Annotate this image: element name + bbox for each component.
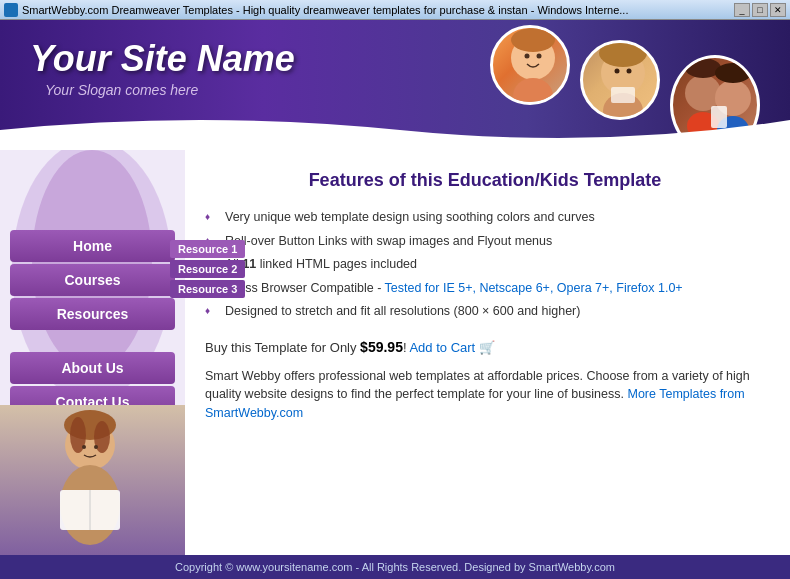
body-section: Home Courses Resources About Us Contact …	[0, 150, 790, 555]
header: Your Site Name Your Slogan comes here	[0, 20, 790, 150]
photo-child1	[490, 25, 570, 105]
sidebar-item-about[interactable]: About Us	[10, 352, 175, 384]
svg-point-30	[94, 445, 98, 449]
sidebar-item-courses[interactable]: Courses	[10, 264, 175, 296]
price-value: $59.95	[360, 339, 403, 355]
child2-illustration	[583, 43, 660, 120]
titlebar-title: SmartWebby.com Dreamweaver Templates - H…	[22, 4, 628, 16]
sidebar-nav: Home Courses Resources About Us Contact …	[0, 230, 185, 418]
price-line: Buy this Template for Only $59.95! Add t…	[205, 339, 765, 355]
footer: Copyright © www.yoursitename.com - All R…	[0, 555, 790, 579]
svg-rect-10	[611, 87, 635, 103]
feature-item-3: All 11 linked HTML pages included	[205, 253, 765, 277]
svg-point-2	[513, 78, 553, 105]
resource-tab-3[interactable]: Resource 3	[170, 280, 245, 298]
feature-item-5: Designed to stretch and fit all resoluti…	[205, 300, 765, 324]
footer-text: Copyright © www.yoursitename.com - All R…	[175, 561, 615, 573]
site-slogan: Your Slogan comes here	[45, 82, 198, 98]
browser-compat-link[interactable]: Tested for IE 5+, Netscape 6+, Opera 7+,…	[385, 281, 683, 295]
main-container: Your Site Name Your Slogan comes here	[0, 20, 790, 579]
titlebar-buttons[interactable]: _ □ ✕	[734, 3, 786, 17]
feature-item-4: Cross Browser Compatible - Tested for IE…	[205, 277, 765, 301]
sidebar-image	[0, 405, 185, 555]
resource-tab-2[interactable]: Resource 2	[170, 260, 245, 278]
child1-illustration	[493, 28, 570, 105]
svg-point-15	[715, 63, 751, 83]
feature-item-2: Roll-over Button Links with swap images …	[205, 230, 765, 254]
sidebar-item-home[interactable]: Home	[10, 230, 175, 262]
svg-point-11	[685, 75, 721, 111]
sidebar: Home Courses Resources About Us Contact …	[0, 150, 185, 555]
photo-child2	[580, 40, 660, 120]
content-area: Features of this Education/Kids Template…	[185, 150, 790, 555]
titlebar: SmartWebby.com Dreamweaver Templates - H…	[0, 0, 790, 20]
maximize-button[interactable]: □	[752, 3, 768, 17]
minimize-button[interactable]: _	[734, 3, 750, 17]
svg-point-9	[627, 69, 632, 74]
resource-tab-1[interactable]: Resource 1	[170, 240, 245, 258]
svg-point-8	[615, 69, 620, 74]
close-button[interactable]: ✕	[770, 3, 786, 17]
resource-tabs: Resource 1 Resource 2 Resource 3	[170, 240, 245, 298]
content-title: Features of this Education/Kids Template	[205, 170, 765, 191]
browser-icon	[4, 3, 18, 17]
promo-text: Smart Webby offers professional web temp…	[205, 367, 765, 423]
header-wave	[0, 110, 790, 150]
svg-point-4	[537, 54, 542, 59]
svg-point-1	[511, 28, 555, 52]
titlebar-left: SmartWebby.com Dreamweaver Templates - H…	[4, 3, 628, 17]
svg-point-29	[82, 445, 86, 449]
features-list: Very unique web template design using so…	[205, 206, 765, 324]
sidebar-item-resources[interactable]: Resources	[10, 298, 175, 330]
site-name: Your Site Name	[30, 38, 295, 80]
feature-item-1: Very unique web template design using so…	[205, 206, 765, 230]
svg-point-3	[525, 54, 530, 59]
more-templates-link[interactable]: More Templates from SmartWebby.com	[205, 387, 745, 420]
sidebar-person-illustration	[0, 405, 185, 555]
add-to-cart-link[interactable]: Add to Cart 🛒	[409, 340, 494, 355]
